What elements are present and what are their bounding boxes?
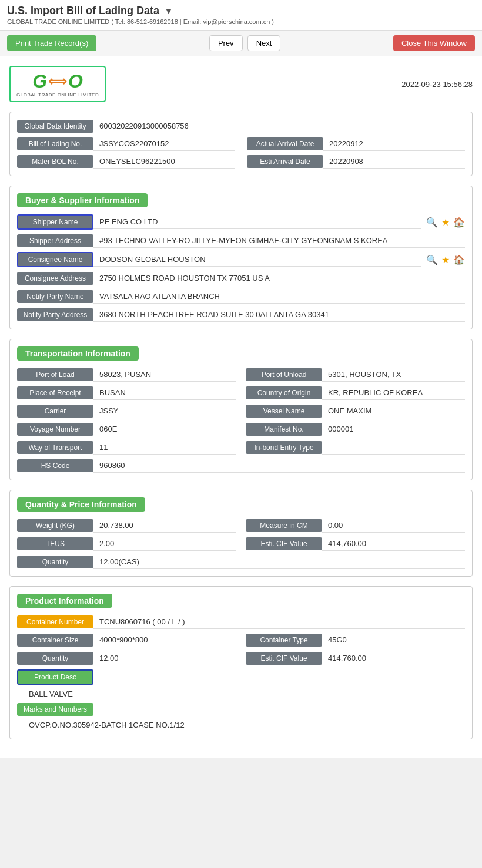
country-origin-value: KR, REPUBLIC OF KOREA (322, 386, 465, 400)
notify-name-label: Notify Party Name (17, 290, 93, 303)
shipper-address-row: Shipper Address #93 TECHNO VALLEY-RO JIL… (17, 234, 465, 248)
transportation-section: Transportation Information Port of Load … (9, 339, 473, 480)
logo-tagline: GLOBAL TRADE ONLINE LIMITED (16, 92, 99, 97)
actual-arrival-label: Actual Arrival Date (247, 137, 323, 150)
consignee-home-icon[interactable]: 🏠 (453, 254, 465, 265)
weight-label: Weight (KG) (17, 519, 93, 532)
title-arrow[interactable]: ▼ (165, 6, 173, 16)
esti-cif-label: Esti. CIF Value (246, 537, 322, 550)
container-number-row: Container Number TCNU8060716 ( 00 / L / … (17, 615, 465, 629)
manifest-value: 000001 (322, 422, 465, 436)
print-button[interactable]: Print Trade Record(s) (7, 35, 96, 51)
top-bar: U.S. Import Bill of Lading Data ▼ GLOBAL… (0, 0, 482, 31)
hs-code-label: HS Code (17, 459, 93, 472)
port-row: Port of Load 58023, PUSAN Port of Unload… (17, 368, 465, 382)
carrier-label: Carrier (17, 405, 93, 418)
country-origin-label: Country of Origin (246, 386, 322, 399)
container-number-label: Container Number (17, 615, 93, 628)
voyage-label: Voyage Number (17, 423, 93, 436)
consignee-search-icon[interactable]: 🔍 (426, 254, 438, 265)
weight-value: 20,738.00 (93, 519, 236, 533)
consignee-star-icon[interactable]: ★ (441, 254, 450, 265)
shipper-search-icon[interactable]: 🔍 (426, 217, 438, 228)
product-title: Product Information (17, 594, 112, 608)
shipper-address-label: Shipper Address (17, 234, 93, 247)
notify-address-value: 3680 NORTH PEACHTREE ROAD SUITE 30 0ATLA… (93, 308, 465, 322)
container-size-label: Container Size (17, 634, 93, 647)
esti-arrival-label: Esti Arrival Date (247, 155, 323, 168)
carrier-vessel-row: Carrier JSSY Vessel Name ONE MAXIM (17, 404, 465, 418)
datetime: 2022-09-23 15:56:28 (401, 80, 473, 89)
quantity-label: Quantity (17, 556, 93, 568)
product-quantity-label: Quantity (17, 652, 93, 665)
consignee-address-label: Consignee Address (17, 272, 93, 285)
bol-label: Bill of Lading No. (17, 137, 93, 150)
marks-label-row: Marks and Numbers (17, 703, 465, 716)
bol-value: JSSYCOS22070152 (93, 137, 235, 151)
notify-name-value: VATSALA RAO ATLANTA BRANCH (93, 290, 465, 304)
notify-address-row: Notify Party Address 3680 NORTH PEACHTRE… (17, 308, 465, 322)
shipper-home-icon[interactable]: 🏠 (453, 217, 465, 228)
quantity-price-title: Quantity & Price Information (17, 497, 145, 512)
carrier-value: JSSY (93, 404, 236, 418)
way-inbond-row: Way of Transport 11 In-bond Entry Type (17, 440, 465, 455)
voyage-manifest-row: Voyage Number 060E Manifest No. 000001 (17, 422, 465, 436)
inbond-label: In-bond Entry Type (246, 441, 322, 454)
global-data-identity-row: Global Data Identity 6003202209130000587… (17, 119, 465, 133)
product-desc-value: BALL VALVE (23, 687, 79, 701)
consignee-actions: 🔍 ★ 🏠 (426, 254, 465, 265)
next-button[interactable]: Next (247, 35, 281, 51)
container-type-value: 45G0 (322, 633, 465, 647)
manifest-label: Manifest No. (246, 423, 322, 436)
actual-arrival-value: 20220912 (323, 137, 465, 151)
main-content: G ⟺ O GLOBAL TRADE ONLINE LIMITED 2022-0… (0, 56, 482, 758)
port-load-label: Port of Load (17, 368, 93, 381)
page-subtitle: GLOBAL TRADE ONLINE LIMITED ( Tel: 86-51… (7, 18, 274, 25)
place-receipt-label: Place of Receipt (17, 386, 93, 399)
vessel-name-label: Vessel Name (246, 405, 322, 418)
logo-swoosh-icon: ⟺ (48, 74, 67, 89)
container-number-value: TCNU8060716 ( 00 / L / ) (93, 615, 465, 629)
place-receipt-value: BUSAN (93, 386, 236, 400)
quantity-value: 12.00(CAS) (93, 555, 465, 569)
product-quantity-value: 12.00 (93, 651, 236, 665)
teus-cif-row: TEUS 2.00 Esti. CIF Value 414,760.00 (17, 537, 465, 551)
buyer-supplier-section: Buyer & Supplier Information Shipper Nam… (9, 186, 473, 329)
hs-code-row: HS Code 960860 (17, 459, 465, 473)
hs-code-value: 960860 (93, 459, 465, 473)
global-data-identity-label: Global Data Identity (17, 120, 93, 133)
global-data-identity-value: 600320220913000058756 (93, 119, 465, 133)
container-type-label: Container Type (246, 634, 322, 647)
product-desc-label: Product Desc (17, 669, 93, 685)
shipper-star-icon[interactable]: ★ (441, 217, 450, 228)
shipper-name-value: PE ENG CO LTD (93, 215, 421, 229)
close-button[interactable]: Close This Window (393, 35, 475, 51)
logo-o: O (68, 70, 83, 92)
identity-card: Global Data Identity 6003202209130000587… (9, 112, 473, 176)
measure-label: Measure in CM (246, 519, 322, 532)
weight-measure-row: Weight (KG) 20,738.00 Measure in CM 0.00 (17, 519, 465, 533)
marks-value: OVCP.O.NO.305942-BATCH 1CASE NO.1/12 (23, 718, 190, 732)
esti-arrival-value: 20220908 (323, 154, 465, 169)
way-transport-label: Way of Transport (17, 441, 93, 454)
teus-value: 2.00 (93, 537, 236, 551)
port-unload-value: 5301, HOUSTON, TX (322, 368, 465, 382)
consignee-address-row: Consignee Address 2750 HOLMES ROAD HOUST… (17, 271, 465, 285)
page-title: U.S. Import Bill of Lading Data ▼ (7, 5, 274, 17)
product-esti-cif-value: 414,760.00 (322, 651, 465, 665)
marks-value-row: OVCP.O.NO.305942-BATCH 1CASE NO.1/12 (17, 718, 465, 732)
consignee-name-value: DODSON GLOBAL HOUSTON (93, 253, 421, 267)
prev-button[interactable]: Prev (209, 35, 243, 51)
way-transport-value: 11 (93, 440, 236, 455)
master-bol-value: ONEYSELC96221500 (93, 154, 235, 169)
master-bol-label: Mater BOL No. (17, 155, 93, 168)
consignee-address-value: 2750 HOLMES ROAD HOUSTON TX 77051 US A (93, 271, 465, 285)
notify-address-label: Notify Party Address (17, 308, 93, 321)
measure-value: 0.00 (322, 519, 465, 533)
shipper-actions: 🔍 ★ 🏠 (426, 217, 465, 228)
marks-label: Marks and Numbers (17, 703, 93, 716)
teus-label: TEUS (17, 537, 93, 550)
shipper-name-row: Shipper Name PE ENG CO LTD 🔍 ★ 🏠 (17, 214, 465, 230)
consignee-name-row: Consignee Name DODSON GLOBAL HOUSTON 🔍 ★… (17, 252, 465, 267)
inbond-value (322, 440, 465, 455)
